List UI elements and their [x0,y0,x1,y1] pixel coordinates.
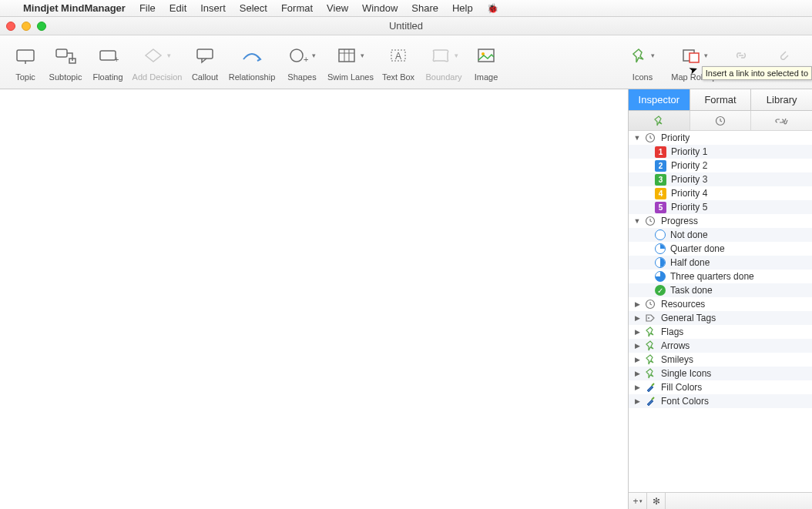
inspector-subtabs [629,111,812,131]
subtab-attach[interactable] [751,111,812,130]
tree-group-arrows[interactable]: Arrows [629,339,812,353]
toolbar: Topic Subtopic + Floating ▾ Add Decision… [0,35,812,89]
tree-item-label: Quarter done [669,243,725,254]
attach-icon [775,47,792,64]
tree-item-half-done[interactable]: Half done [629,256,812,270]
tree-item-label: Priority 1 [669,146,707,157]
tree-group-progress[interactable]: Progress [629,214,812,228]
menu-insert[interactable]: Insert [200,2,226,14]
clock-icon [644,215,656,227]
app-ladybug-icon[interactable]: 🐞 [487,3,498,14]
swimlanes-icon [337,47,357,64]
disclosure-right-icon[interactable] [633,370,641,377]
boundary-button[interactable]: ▾ Boundary [419,40,468,82]
tree-item-not-done[interactable]: Not done [629,228,812,242]
pin-small-icon [653,116,664,126]
inspector-panel: Inspector Format Library Priority1Priori… [628,89,812,509]
floating-button[interactable]: + Floating [88,40,128,82]
clock-icon [644,298,656,310]
window-title: Untitled [389,20,423,32]
priority-5-icon: 5 [655,202,666,213]
tree-item-priority-2[interactable]: 2Priority 2 [629,159,812,172]
add-decision-button[interactable]: ▾ Add Decision [128,40,186,82]
disclosure-right-icon[interactable] [633,383,641,391]
subtopic-button[interactable]: Subtopic [43,40,88,82]
tree-item-label: Priority 4 [669,188,707,199]
tab-format[interactable]: Format [690,89,752,110]
disclosure-right-icon[interactable] [633,328,641,336]
menu-view[interactable]: View [327,2,348,14]
menu-share[interactable]: Share [411,2,438,14]
add-marker-button[interactable]: +▾ [629,493,647,509]
priority-4-icon: 4 [655,188,666,199]
tree-item-priority-3[interactable]: 3Priority 3 [629,172,812,186]
svg-text:+: + [304,55,308,64]
tree-item-priority-5[interactable]: 5Priority 5 [629,200,812,214]
tab-library[interactable]: Library [751,89,812,110]
tree-item-quarter-done[interactable]: Quarter done [629,242,812,256]
icons-button[interactable]: ▾ Icons [621,40,664,82]
disclosure-right-icon[interactable] [633,397,641,405]
disclosure-down-icon[interactable] [633,134,641,142]
menu-window[interactable]: Window [362,2,398,14]
tree-group-resources[interactable]: Resources [629,297,812,311]
settings-button[interactable]: ✻ [647,493,666,509]
shapes-icon: + [288,47,308,64]
tree-group-label: General Tags [659,313,716,323]
subtopic-label: Subtopic [49,72,82,82]
boundary-icon [429,47,451,64]
shapes-button[interactable]: +▾ Shapes [280,40,324,82]
disclosure-right-icon[interactable] [633,300,641,308]
zoom-window-button[interactable] [37,22,46,31]
tree-group-font-colors[interactable]: Font Colors [629,394,812,408]
tree-group-priority[interactable]: Priority [629,131,812,145]
markers-tree: Priority1Priority 12Priority 23Priority … [629,131,812,492]
tree-group-flags[interactable]: Flags [629,325,812,339]
tree-item-task-done[interactable]: ✓Task done [629,283,812,297]
tree-item-priority-4[interactable]: 4Priority 4 [629,186,812,200]
tree-group-label: Resources [659,299,705,310]
menu-select[interactable]: Select [240,2,267,14]
subtab-task[interactable] [690,111,752,130]
tree-group-smileys[interactable]: Smileys [629,353,812,367]
tree-group-general-tags[interactable]: General Tags [629,311,812,325]
disclosure-right-icon[interactable] [633,342,641,350]
tree-item-priority-1[interactable]: 1Priority 1 [629,145,812,159]
topic-button[interactable]: Topic [8,40,43,82]
tree-group-single-icons[interactable]: Single Icons [629,367,812,380]
shapes-label: Shapes [287,72,316,82]
swim-lanes-button[interactable]: ▾ Swim Lanes [324,40,377,82]
relationship-button[interactable]: Relationship [223,40,280,82]
svg-text:+: + [114,55,119,64]
disclosure-right-icon[interactable] [633,314,641,322]
tree-item-three-quarters-done[interactable]: Three quarters done [629,270,812,283]
tree-item-label: Priority 3 [669,174,707,185]
progress-circle-icon [655,271,666,282]
pin-icon [644,326,656,338]
minimize-window-button[interactable] [22,22,31,31]
text-box-button[interactable]: A Text Box [377,40,419,82]
menu-format[interactable]: Format [281,2,313,14]
disclosure-down-icon[interactable] [633,217,641,225]
menu-edit[interactable]: Edit [169,2,186,14]
subtab-markers[interactable] [629,111,690,130]
close-window-button[interactable] [6,22,15,31]
callout-button[interactable]: Callout [186,40,223,82]
menu-help[interactable]: Help [452,2,473,14]
decision-icon [143,47,163,64]
disclosure-right-icon[interactable] [633,356,641,363]
svg-rect-4 [100,51,116,60]
svg-marker-6 [146,49,161,62]
map-canvas[interactable] [0,89,628,509]
menu-file[interactable]: File [139,2,156,14]
app-name[interactable]: Mindjet MindManager [23,2,126,14]
tree-group-fill-colors[interactable]: Fill Colors [629,380,812,394]
tag-icon [644,312,656,324]
svg-rect-7 [197,49,213,59]
image-button[interactable]: Image [468,40,504,82]
svg-rect-10 [339,49,354,62]
checkmark-icon: ✓ [655,285,666,296]
svg-text:A: A [395,51,401,62]
tab-inspector[interactable]: Inspector [629,89,690,110]
tree-item-label: Three quarters done [669,271,754,282]
